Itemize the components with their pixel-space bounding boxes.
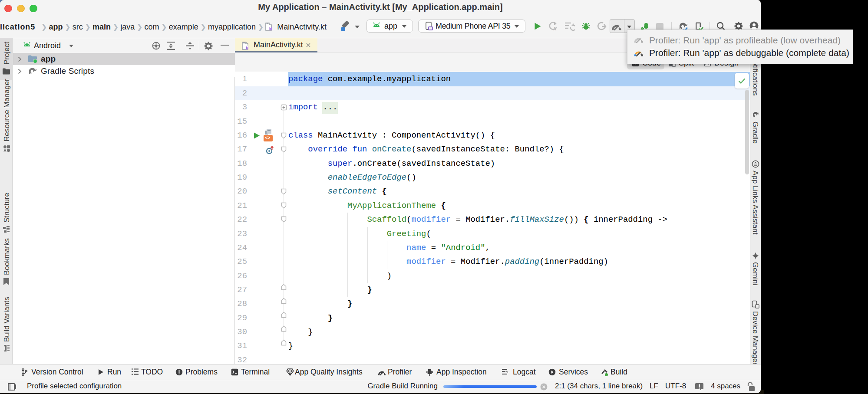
svg-text:A: A [553,26,556,31]
